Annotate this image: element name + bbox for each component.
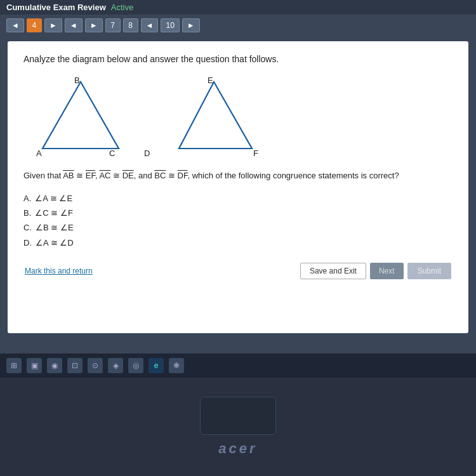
choice-d-label: D. xyxy=(23,235,32,250)
choice-c[interactable]: C. ∠B ≅ ∠E xyxy=(23,220,453,235)
footer-bar: Mark this and return Save and Exit Next … xyxy=(23,263,453,279)
taskbar-icon-edge[interactable]: e xyxy=(149,358,164,373)
nav-arrow-fwd[interactable]: ► xyxy=(182,18,200,32)
gap-d: D xyxy=(144,76,157,158)
next-button[interactable]: Next xyxy=(370,263,404,279)
taskbar-icon-start[interactable]: ⊞ xyxy=(6,358,22,373)
label-e: E xyxy=(208,76,213,85)
submit-button[interactable]: Submit xyxy=(407,263,451,279)
triangle-edf-svg xyxy=(176,76,258,158)
choice-c-text: ∠B ≅ ∠E xyxy=(36,220,74,235)
given-bc: BC xyxy=(154,171,166,180)
taskbar-icon-app2[interactable]: ❋ xyxy=(169,358,184,373)
nav-next-btn[interactable]: ► xyxy=(44,18,62,32)
nav-bar: ◄ 4 ► ◄ ► 7 8 ◄ 10 ► xyxy=(0,15,476,36)
taskbar-icon-app1[interactable]: ◎ xyxy=(128,358,143,373)
nav-num-8[interactable]: 8 xyxy=(123,18,138,32)
given-de: DE xyxy=(122,171,134,180)
laptop-body: acer xyxy=(0,378,476,476)
question-prompt: Analyze the diagram below and answer the… xyxy=(23,54,453,64)
nav-arrow-back[interactable]: ◄ xyxy=(141,18,159,32)
status-badge: Active xyxy=(111,3,133,12)
label-f: F xyxy=(253,149,258,158)
label-b: B xyxy=(74,76,80,85)
triangle-edf: E F xyxy=(176,76,258,158)
nav-fwd-btn[interactable]: ► xyxy=(85,18,103,32)
nav-prev-btn[interactable]: ◄ xyxy=(6,18,24,32)
choice-a[interactable]: A. ∠A ≅ ∠E xyxy=(23,191,453,206)
choice-b[interactable]: B. ∠C ≅ ∠F xyxy=(23,206,453,220)
choice-a-text: ∠A ≅ ∠E xyxy=(35,191,72,206)
nav-back-btn[interactable]: ◄ xyxy=(65,18,83,32)
diagram-area: B A C D E F xyxy=(23,76,453,158)
taskbar-icon-settings[interactable]: ⊙ xyxy=(88,358,103,373)
choice-d[interactable]: D. ∠A ≅ ∠D xyxy=(23,235,453,250)
choice-b-text: ∠C ≅ ∠F xyxy=(35,206,73,220)
taskbar-icon-files[interactable]: ⊡ xyxy=(67,358,83,373)
exam-title: Cumulative Exam Review xyxy=(6,3,106,12)
given-ef: EF xyxy=(86,171,95,180)
given-statement: Given that AB ≅ EF, AC ≅ DE, and BC ≅ DF… xyxy=(23,169,453,182)
content-area: Analyze the diagram below and answer the… xyxy=(8,41,468,333)
taskbar: ⊞ ▣ ◉ ⊡ ⊙ ◈ ◎ e ❋ xyxy=(0,354,476,378)
save-exit-button[interactable]: Save and Exit xyxy=(300,263,366,279)
mark-return-link[interactable]: Mark this and return xyxy=(25,267,93,275)
given-df: DF xyxy=(178,171,188,180)
label-d: D xyxy=(144,149,150,158)
svg-marker-0 xyxy=(43,82,119,149)
title-bar: Cumulative Exam Review Active xyxy=(0,0,476,15)
taskbar-icon-search[interactable]: ▣ xyxy=(27,358,42,373)
triangle-abc-svg xyxy=(36,76,125,158)
taskbar-icon-store[interactable]: ◉ xyxy=(47,358,62,373)
footer-buttons: Save and Exit Next Submit xyxy=(300,263,451,279)
choice-b-label: B. xyxy=(23,206,31,220)
triangle-abc: B A C xyxy=(36,76,125,158)
choice-d-text: ∠A ≅ ∠D xyxy=(36,235,74,250)
label-a: A xyxy=(36,149,42,158)
answer-choices: A. ∠A ≅ ∠E B. ∠C ≅ ∠F C. ∠B ≅ ∠E D. ∠A ≅… xyxy=(23,191,453,251)
label-c: C xyxy=(109,149,115,158)
given-ac: AC xyxy=(99,171,110,180)
taskbar-icon-media[interactable]: ◈ xyxy=(108,358,123,373)
nav-num-4[interactable]: 4 xyxy=(27,18,42,32)
nav-num-10[interactable]: 10 xyxy=(161,18,179,32)
nav-num-7[interactable]: 7 xyxy=(105,18,121,32)
given-ab: AB xyxy=(63,171,74,180)
choice-c-label: C. xyxy=(23,220,32,235)
brand-logo: acer xyxy=(218,440,257,457)
svg-marker-1 xyxy=(179,82,252,149)
touchpad[interactable] xyxy=(200,397,276,435)
choice-a-label: A. xyxy=(23,191,31,206)
